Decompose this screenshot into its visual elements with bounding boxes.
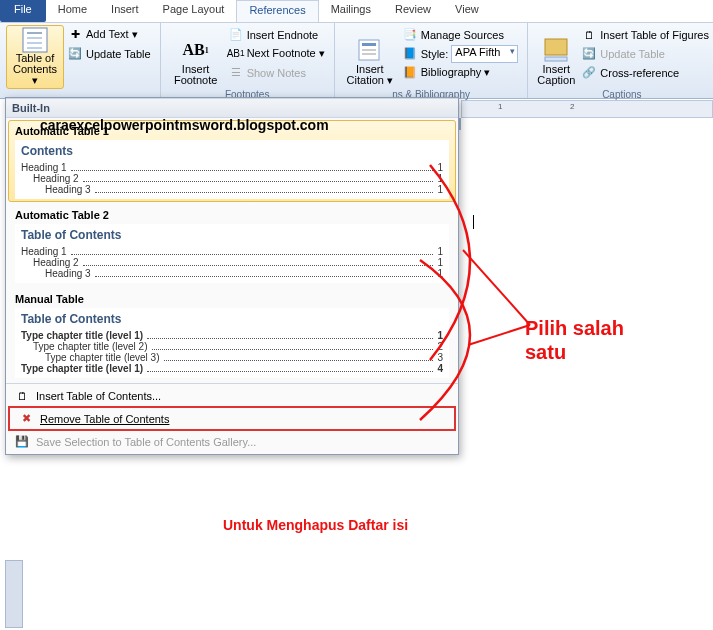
toc-gallery: Built-In Automatic Table 1 Contents Head… — [5, 97, 459, 455]
save-gallery-icon: 💾 — [14, 435, 30, 448]
add-text-icon: ✚ — [67, 28, 83, 41]
toc-icon — [21, 27, 49, 53]
remove-toc-menu[interactable]: ✖ Remove Table of Contents — [8, 406, 456, 431]
update-icon: 🔄 — [67, 47, 83, 60]
table-of-contents-button[interactable]: Table of Contents ▾ — [6, 25, 64, 89]
toc-preview-auto2: Table of Contents Heading 11 Heading 21 … — [15, 224, 449, 283]
horizontal-ruler[interactable]: 1 2 — [461, 100, 713, 118]
bibliography-icon: 📙 — [402, 66, 418, 79]
update-table-button[interactable]: 🔄 Update Table — [64, 44, 154, 63]
manage-sources-icon: 📑 — [402, 28, 418, 41]
tof-icon: 🗒 — [581, 29, 597, 41]
manage-sources-button[interactable]: 📑Manage Sources — [399, 25, 522, 44]
ribbon: Table of Contents ▾ ✚ Add Text ▾ 🔄 Updat… — [0, 23, 713, 99]
tab-home[interactable]: Home — [46, 0, 99, 22]
gallery-section-builtin: Built-In — [6, 98, 458, 118]
tab-references[interactable]: References — [236, 0, 318, 22]
insert-table-figures-button[interactable]: 🗒Insert Table of Figures — [578, 25, 712, 44]
toc-preview-manual: Table of Contents Type chapter title (le… — [15, 308, 449, 378]
insert-footnote-button[interactable]: AB1 Insert Footnote — [167, 25, 225, 89]
bibliography-button[interactable]: 📙Bibliography ▾ — [399, 63, 522, 82]
toc-button-label: Table of Contents ▾ — [9, 53, 61, 86]
xref-icon: 🔗 — [581, 66, 597, 79]
insert-endnote-button[interactable]: 📄Insert Endnote — [225, 25, 328, 44]
tab-page-layout[interactable]: Page Layout — [151, 0, 237, 22]
ribbon-tabs: File Home Insert Page Layout References … — [0, 0, 713, 23]
tab-view[interactable]: View — [443, 0, 491, 22]
gallery-item-manual[interactable]: Manual Table Table of Contents Type chap… — [8, 288, 456, 381]
tab-insert[interactable]: Insert — [99, 0, 151, 22]
annotation-remove: Untuk Menghapus Daftar isi — [223, 517, 408, 533]
insert-toc-icon: 🗒 — [14, 390, 30, 402]
insert-toc-menu[interactable]: 🗒 Insert Table of Contents... — [6, 386, 458, 406]
show-notes-button: ☰Show Notes — [225, 63, 328, 82]
svg-rect-9 — [545, 39, 567, 55]
cross-reference-button[interactable]: 🔗Cross-reference — [578, 63, 712, 82]
gallery-footer: 🗒 Insert Table of Contents... ✖ Remove T… — [6, 383, 458, 454]
next-footnote-icon: AB1 — [228, 48, 244, 59]
citation-icon — [356, 36, 384, 64]
update-table-figures-button: 🔄Update Table — [578, 44, 712, 63]
svg-rect-10 — [545, 57, 567, 61]
next-footnote-button[interactable]: AB1Next Footnote ▾ — [225, 44, 328, 63]
style-select[interactable]: APA Fifth — [451, 45, 518, 63]
tab-file[interactable]: File — [0, 0, 46, 22]
insert-citation-button[interactable]: Insert Citation ▾ — [341, 25, 399, 89]
svg-rect-6 — [362, 43, 376, 46]
caption-icon — [542, 36, 570, 64]
remove-toc-icon: ✖ — [18, 412, 34, 425]
style-icon: 📘 — [402, 47, 418, 60]
endnote-icon: 📄 — [228, 28, 244, 41]
gallery-item-auto2[interactable]: Automatic Table 2 Table of Contents Head… — [8, 204, 456, 286]
add-text-button[interactable]: ✚ Add Text ▾ — [64, 25, 154, 44]
show-notes-icon: ☰ — [228, 66, 244, 79]
save-toc-gallery-menu: 💾 Save Selection to Table of Contents Ga… — [6, 431, 458, 452]
insert-caption-button[interactable]: Insert Caption — [534, 25, 578, 89]
update-tof-icon: 🔄 — [581, 47, 597, 60]
text-cursor — [473, 215, 474, 229]
vertical-scrollbar[interactable] — [5, 560, 23, 628]
tab-mailings[interactable]: Mailings — [319, 0, 383, 22]
watermark-text: caraexcelpowerpointmsword.blogspot.com — [40, 117, 329, 133]
toc-preview-auto1: Contents Heading 11 Heading 21 Heading 3… — [15, 140, 449, 199]
style-row: 📘 Style: APA Fifth — [399, 44, 522, 63]
annotation-pick-one: Pilih salah satu — [525, 316, 624, 364]
tab-review[interactable]: Review — [383, 0, 443, 22]
footnote-icon: AB1 — [182, 36, 210, 64]
